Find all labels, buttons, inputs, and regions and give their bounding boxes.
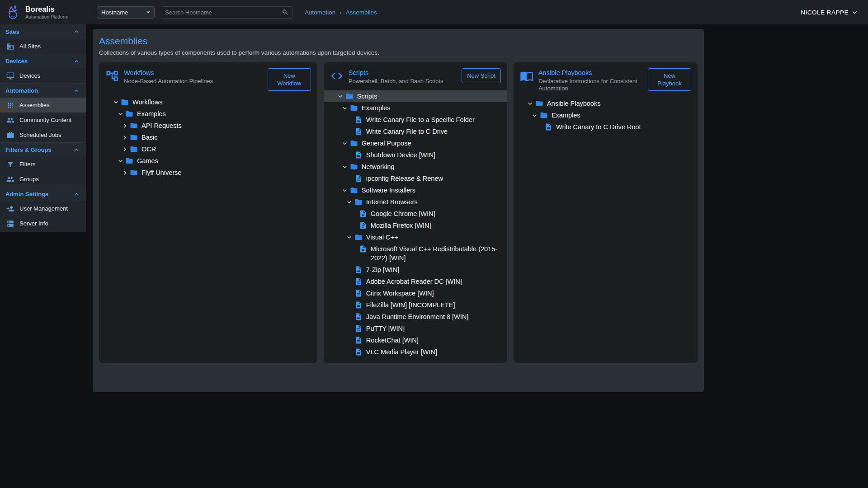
sidebar-section-filters-groups[interactable]: Filters & Groups [0,142,86,157]
tree-file-java-runtime-environment-8-win[interactable]: Java Runtime Environment 8 [WIN] [324,311,507,323]
card-playbooks: Ansible PlaybooksDeclarative Instruction… [514,62,698,363]
search-input[interactable] [165,9,282,16]
breadcrumb-assemblies[interactable]: Assemblies [346,9,377,16]
brand[interactable]: Borealis Automation Platform [0,4,86,21]
tree-folder-flyff-universe[interactable]: Flyff Universe [99,167,317,178]
chevron-down-icon[interactable] [340,186,350,194]
chevron-down-icon[interactable] [340,103,350,112]
cards-row: WorkflowsNode-Based Automation Pipelines… [99,62,698,363]
tree-item-label: Adobe Acrobat Reader DC [WIN] [366,277,462,286]
tree-folder-games[interactable]: Games [99,155,317,167]
sidebar-section-sites[interactable]: Sites [0,24,86,39]
sidebar-item-user-management[interactable]: User Management [0,201,86,216]
breadcrumb: Automation › Assemblies [305,9,377,16]
chevron-down-icon[interactable] [344,233,354,241]
chevron-down-icon[interactable] [530,111,540,119]
tree-file-7-zip-win[interactable]: 7-Zip [WIN] [324,264,507,276]
user-menu[interactable]: NICOLE RAPPE [801,8,859,17]
tree-file-google-chrome-win[interactable]: Google Chrome [WIN] [324,208,507,220]
tree-file-adobe-acrobat-reader-dc-win[interactable]: Adobe Acrobat Reader DC [WIN] [324,276,507,287]
hostname-select[interactable]: Hostname [97,6,155,19]
sidebar-item-assemblies[interactable]: Assemblies [0,98,86,113]
tree-item-label: Google Chrome [WIN] [371,209,435,218]
sidebar-section-devices[interactable]: Devices [0,54,86,68]
sidebar-item-all-sites[interactable]: All Sites [0,39,86,54]
new-workflow-button[interactable]: New Workflow [268,68,311,91]
tree-folder-ansible-playbooks[interactable]: Ansible Playbooks [514,98,698,109]
tree-folder-networking[interactable]: Networking [324,161,507,173]
card-title: Workflows [124,69,259,76]
tree-folder-general-purpose[interactable]: General Purpose [324,137,507,149]
chevron-right-icon[interactable] [120,133,130,141]
new-script-button[interactable]: New Script [462,68,501,83]
folder-icon [354,197,363,206]
folder-icon [354,233,363,241]
sidebar-item-devices[interactable]: Devices [0,68,86,83]
card-title: Scripts [349,69,453,76]
chevron-down-icon[interactable] [335,92,345,100]
chevron-down-icon[interactable] [340,139,350,147]
tree-file-citrix-workspace-win[interactable]: Citrix Workspace [WIN] [324,287,507,299]
tree-file-mozilla-firefox-win[interactable]: Mozilla Firefox [WIN] [324,220,507,231]
tree-folder-examples[interactable]: Examples [99,108,317,120]
tree-folder-ocr[interactable]: OCR [99,143,317,155]
card-title: Ansible Playbooks [538,69,639,76]
chevron-down-icon[interactable] [344,197,354,206]
tree-item-label: Java Runtime Environment 8 [WIN] [366,312,468,321]
tree-file-write-canary-to-c-drive-root[interactable]: Write Canary to C Drive Root [514,121,698,133]
breadcrumb-separator: › [340,9,342,16]
tree-item-label: Citrix Workspace [WIN] [366,289,434,298]
breadcrumb-automation[interactable]: Automation [305,9,335,16]
file-icon [359,209,367,218]
new-playbook-button[interactable]: New Playbook [648,68,691,91]
chevron-down-icon[interactable] [115,156,125,165]
chevron-down-icon[interactable] [525,99,535,108]
tree-folder-scripts[interactable]: Scripts [324,90,507,102]
page-description: Collections of various types of componen… [99,49,698,56]
sidebar-section-admin-settings[interactable]: Admin Settings [0,187,86,201]
chevron-down-icon[interactable] [340,162,350,171]
sidebar-item-scheduled-jobs[interactable]: Scheduled Jobs [0,127,86,142]
tree-item-label: Microsoft Visual C++ Redistributable (20… [371,244,501,263]
tree-folder-visual-c[interactable]: Visual C++ [324,231,507,243]
sidebar-item-groups[interactable]: Groups [0,172,86,187]
chevron-down-icon[interactable] [115,109,125,118]
tree-folder-internet-browsers[interactable]: Internet Browsers [324,196,507,208]
chevron-right-icon[interactable] [120,145,130,153]
sidebar-item-community-content[interactable]: Community Content [0,113,86,127]
tree-file-write-canary-file-to-a-specific-folder[interactable]: Write Canary File to a Specific Folder [324,114,507,126]
tree-folder-workflows[interactable]: Workflows [99,96,317,108]
tree-playbooks: Ansible PlaybooksExamplesWrite Canary to… [514,98,698,133]
sidebar-item-label: Scheduled Jobs [19,131,61,138]
tree-file-ipconfig-release-renew[interactable]: ipconfig Release & Renew [324,173,507,184]
groups-icon [6,175,14,183]
sidebar-item-server-info[interactable]: Server Info [0,216,86,231]
tree-file-shutdown-device-win[interactable]: Shutdown Device [WIN] [324,149,507,161]
tree-item-label: Examples [552,111,580,120]
tree-file-rocketchat-win[interactable]: RocketChat [WIN] [324,334,507,346]
tree-folder-basic[interactable]: Basic [99,131,317,143]
file-icon [354,115,363,124]
tree-file-microsoft-visual-c-redistributable-2015-2022-win[interactable]: Microsoft Visual C++ Redistributable (20… [324,243,507,264]
sidebar-item-filters[interactable]: Filters [0,157,86,172]
chevron-right-icon[interactable] [120,121,130,130]
tree-file-putty-win[interactable]: PuTTY [WIN] [324,323,507,334]
search-box[interactable] [161,6,293,19]
chevron-down-icon[interactable] [111,98,121,106]
folder-icon [125,156,133,165]
sidebar-section-automation[interactable]: Automation [0,83,86,98]
tree-folder-software-installers[interactable]: Software Installers [324,184,507,196]
tree-indent-spacer [344,312,354,313]
devices-icon [6,72,14,80]
tree-item-label: Software Installers [362,186,415,195]
tree-folder-examples[interactable]: Examples [514,109,698,121]
tree-scripts: ScriptsExamplesWrite Canary File to a Sp… [324,90,507,358]
tree-folder-examples[interactable]: Examples [324,102,507,114]
tree-folder-api-requests[interactable]: API Requests [99,120,317,131]
tree-indent-spacer [344,336,354,337]
tree-file-write-canary-file-to-c-drive[interactable]: Write Canary File to C Drive [324,126,507,137]
chevron-right-icon[interactable] [120,168,130,177]
tree-file-vlc-media-player-win[interactable]: VLC Media Player [WIN] [324,346,507,358]
tree-indent-spacer [344,324,354,325]
tree-file-filezilla-win-incomplete[interactable]: FileZilla [WIN] [INCOMPLETE] [324,299,507,311]
